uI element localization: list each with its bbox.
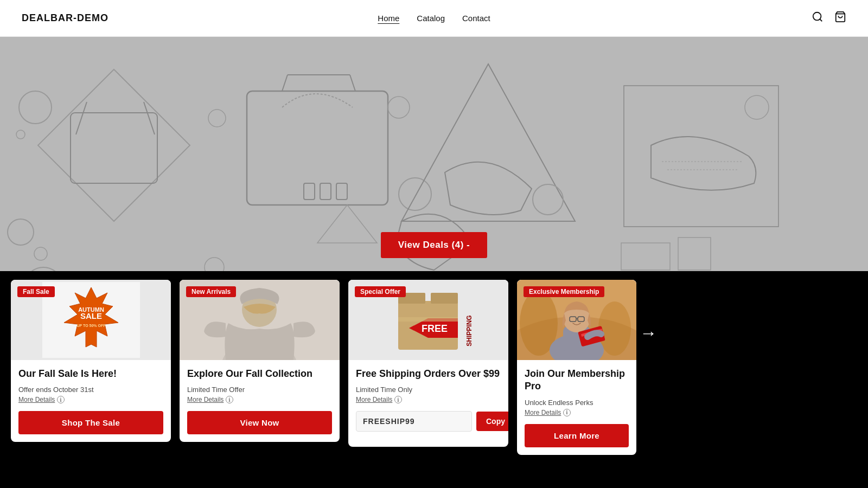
deal-badge-1: Fall Sale	[17, 286, 55, 297]
deal-action-2: View Now	[180, 411, 340, 442]
deal-action-3: Copy	[348, 411, 508, 447]
nav-catalog[interactable]: Catalog	[417, 14, 445, 23]
deal-card-1: Fall Sale AUTUMN SALE UP TO 50% OFF Our …	[11, 280, 171, 442]
deal-more-link-2[interactable]: More Details	[187, 396, 224, 403]
coupon-code-input[interactable]	[356, 411, 472, 432]
learn-more-button[interactable]: Learn More	[525, 424, 629, 447]
deal-body-2: Explore Our Fall Collection Limited Time…	[180, 360, 340, 403]
header-icons	[490, 11, 846, 25]
view-now-button[interactable]: View Now	[187, 411, 332, 434]
svg-rect-49	[398, 317, 458, 322]
svg-rect-46	[431, 293, 458, 304]
coupon-row: Copy	[356, 411, 501, 432]
deal-subtitle-3: Limited Time Only	[356, 386, 501, 394]
copy-button[interactable]: Copy	[476, 412, 508, 431]
deal-more-4: More Details ℹ	[525, 409, 629, 416]
svg-line-1	[820, 19, 822, 21]
deal-card-2: New Arrivals Explore Our Fall	[180, 280, 340, 442]
site-logo: DEALBAR-DEMO	[22, 12, 378, 24]
site-header: DEALBAR-DEMO Home Catalog Contact	[0, 0, 868, 37]
svg-text:SALE: SALE	[80, 311, 101, 320]
deal-subtitle-1: Offer ends October 31st	[18, 386, 163, 394]
deal-more-2: More Details ℹ	[187, 396, 332, 403]
deal-body-4: Join Our Membership Pro Unlock Endless P…	[517, 360, 636, 416]
deal-card-4: Exclusive Membership	[517, 280, 636, 455]
deal-title-3: Free Shipping Orders Over $99	[356, 368, 501, 380]
deal-more-1: More Details ℹ	[18, 396, 163, 403]
svg-point-0	[813, 12, 821, 21]
deal-action-1: Shop The Sale	[11, 411, 171, 442]
nav-home[interactable]: Home	[378, 14, 399, 23]
deal-title-1: Our Fall Sale Is Here!	[18, 368, 163, 380]
deals-section: Fall Sale AUTUMN SALE UP TO 50% OFF Our …	[0, 271, 868, 466]
info-icon-4[interactable]: ℹ	[563, 409, 571, 416]
next-arrow[interactable]: →	[634, 280, 657, 343]
deal-more-3: More Details ℹ	[356, 396, 501, 403]
deal-subtitle-2: Limited Time Offer	[187, 386, 332, 394]
deal-action-4: Learn More	[517, 424, 636, 455]
deal-card-3: Special Offer SHIPPING FREE	[348, 280, 508, 447]
deal-badge-3: Special Offer	[355, 286, 406, 297]
svg-text:UP TO 50% OFF: UP TO 50% OFF	[76, 324, 106, 328]
search-icon[interactable]	[812, 11, 824, 25]
view-deals-button[interactable]: View Deals (4) -	[381, 232, 487, 258]
deal-more-link-1[interactable]: More Details	[18, 396, 55, 403]
main-nav: Home Catalog Contact	[378, 14, 490, 23]
hero-section: View Deals (4) -	[0, 37, 868, 271]
info-icon-3[interactable]: ℹ	[394, 396, 402, 403]
svg-text:FREE: FREE	[422, 323, 448, 334]
cart-icon[interactable]	[834, 11, 846, 25]
deal-body-1: Our Fall Sale Is Here! Offer ends Octobe…	[11, 360, 171, 403]
deal-title-4: Join Our Membership Pro	[525, 368, 629, 393]
deal-more-link-3[interactable]: More Details	[356, 396, 392, 403]
shop-sale-button[interactable]: Shop The Sale	[18, 411, 163, 434]
deal-badge-4: Exclusive Membership	[524, 286, 604, 297]
deal-badge-2: New Arrivals	[186, 286, 236, 297]
deal-title-2: Explore Our Fall Collection	[187, 368, 332, 380]
deal-subtitle-4: Unlock Endless Perks	[525, 399, 629, 407]
info-icon-1[interactable]: ℹ	[57, 396, 65, 403]
nav-contact[interactable]: Contact	[462, 14, 490, 23]
svg-text:SHIPPING: SHIPPING	[465, 315, 473, 346]
info-icon-2[interactable]: ℹ	[226, 396, 233, 403]
deal-body-3: Free Shipping Orders Over $99 Limited Ti…	[348, 360, 508, 403]
deal-more-link-4[interactable]: More Details	[525, 409, 561, 416]
